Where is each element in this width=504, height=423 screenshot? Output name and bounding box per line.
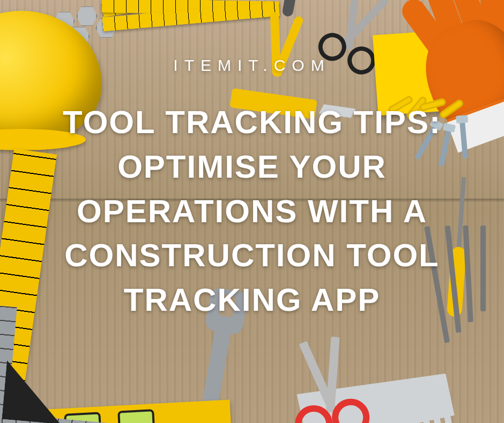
text-overlay: ITEMIT.COM TOOL TRACKING TIPS: OPTIMISE … — [0, 0, 504, 423]
headline: TOOL TRACKING TIPS: OPTIMISE YOUR OPERAT… — [11, 100, 493, 323]
site-url: ITEMIT.COM — [173, 56, 330, 75]
